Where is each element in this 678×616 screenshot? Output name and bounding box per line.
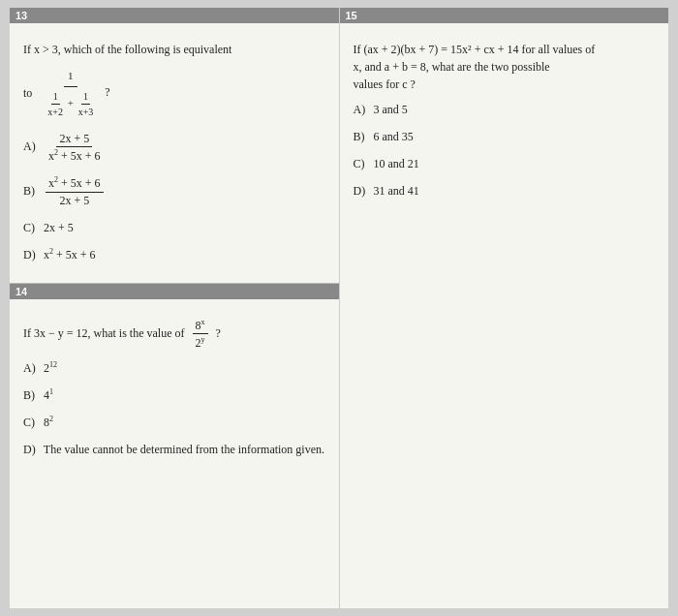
question-mark: ? bbox=[105, 85, 109, 99]
question-13-text: If x > 3, which of the following is equi… bbox=[23, 41, 325, 58]
choice-14-b-label: B) bbox=[23, 386, 41, 404]
choice-14-b: B) 41 bbox=[23, 386, 325, 404]
question-14-content: If 3x − y = 12, what is the value of 8x … bbox=[10, 309, 339, 478]
choice-14-d-label: D) bbox=[23, 441, 41, 458]
subfrac-2: 1 x+3 bbox=[77, 89, 96, 119]
question-13-content: If x > 3, which of the following is equi… bbox=[10, 33, 339, 283]
section-number-14: 14 bbox=[15, 286, 27, 297]
choice-14-a-value: 212 bbox=[44, 361, 57, 375]
choice-14-b-value: 41 bbox=[44, 388, 53, 402]
to-label: to bbox=[23, 84, 32, 102]
choice-15-a-label: A) bbox=[354, 101, 371, 118]
fraction-b: x2 + 5x + 6 2x + 5 bbox=[46, 174, 104, 209]
choice-14-a-label: A) bbox=[23, 359, 41, 377]
choice-15-a: A) 3 and 5 bbox=[354, 101, 656, 118]
question-15-content: If (ax + 2)(bx + 7) = 15x² + cx + 14 for… bbox=[340, 33, 669, 219]
choices-13: A) 2x + 5 x2 + 5x + 6 B) bbox=[23, 131, 325, 263]
fraction-14-num: 8x bbox=[193, 317, 208, 335]
choice-15-d: D) 31 and 41 bbox=[354, 182, 656, 200]
choice-13-d: D) x2 + 5x + 6 bbox=[23, 246, 325, 263]
choice-15-b-label: B) bbox=[354, 128, 371, 145]
section-14-header: 14 bbox=[10, 284, 339, 299]
question-14-end: ? bbox=[216, 326, 221, 340]
question-14-main: If 3x − y = 12, what is the value of bbox=[23, 326, 185, 340]
choice-13-c-label: C) bbox=[23, 219, 41, 236]
choice-15-c-value: 10 and 21 bbox=[374, 157, 419, 170]
choice-14-c: C) 82 bbox=[23, 414, 325, 431]
fraction-b-num: x2 + 5x + 6 bbox=[46, 174, 104, 193]
question-13-fraction-line: to 1 1 x+2 + bbox=[23, 66, 325, 121]
left-column: 13 If x > 3, which of the following is e… bbox=[10, 8, 339, 608]
choice-13-c-value: 2x + 5 bbox=[44, 221, 74, 234]
fraction-a-num: 2x + 5 bbox=[56, 131, 92, 148]
page: 13 If x > 3, which of the following is e… bbox=[10, 8, 668, 608]
question-15-line2: x, and a + b = 8, what are the two possi… bbox=[354, 58, 656, 76]
subfrac-1: 1 x+2 bbox=[46, 89, 65, 119]
choice-14-c-value: 82 bbox=[44, 416, 53, 429]
section-13: 13 If x > 3, which of the following is e… bbox=[10, 8, 339, 283]
choice-14-d: D) The value cannot be determined from t… bbox=[23, 441, 325, 458]
question-15-line1: If (ax + 2)(bx + 7) = 15x² + cx + 14 for… bbox=[354, 41, 656, 58]
choices-14: A) 212 B) 41 C) 82 D) Th bbox=[23, 359, 325, 458]
choices-15: A) 3 and 5 B) 6 and 35 C) 10 and 21 D) bbox=[354, 101, 656, 200]
section-15-header: 15 bbox=[340, 8, 669, 23]
choice-15-a-value: 3 and 5 bbox=[374, 103, 408, 116]
fraction-14: 8x 2y bbox=[193, 317, 208, 353]
fraction-a: 2x + 5 x2 + 5x + 6 bbox=[46, 131, 104, 166]
question-15-line3: values for c ? bbox=[354, 76, 656, 93]
question-14-text: If 3x − y = 12, what is the value of 8x … bbox=[23, 317, 325, 353]
choice-15-b: B) 6 and 35 bbox=[354, 128, 656, 145]
choice-13-c: C) 2x + 5 bbox=[23, 219, 325, 236]
choice-14-d-value: The value cannot be determined from the … bbox=[44, 443, 324, 456]
complex-fraction: 1 1 x+2 + 1 x+3 bbox=[42, 66, 99, 121]
choice-15-d-label: D) bbox=[354, 182, 371, 200]
fraction-14-den: 2y bbox=[193, 334, 208, 352]
section-14: 14 If 3x − y = 12, what is the value of … bbox=[10, 283, 339, 478]
choice-13-d-label: D) bbox=[23, 246, 41, 263]
choice-13-b-label: B) bbox=[23, 182, 41, 200]
choice-13-a-label: A) bbox=[23, 138, 41, 155]
choice-14-a: A) 212 bbox=[23, 359, 325, 377]
complex-fraction-numerator: 1 bbox=[64, 66, 77, 87]
section-number-15: 15 bbox=[346, 10, 357, 21]
section-13-header: 13 bbox=[10, 8, 339, 23]
section-15: 15 If (ax + 2)(bx + 7) = 15x² + cx + 14 … bbox=[340, 8, 669, 219]
fraction-a-den: x2 + 5x + 6 bbox=[46, 147, 104, 165]
choice-15-b-value: 6 and 35 bbox=[374, 130, 414, 143]
section-number-13: 13 bbox=[15, 10, 27, 21]
choice-15-d-value: 31 and 41 bbox=[374, 184, 419, 198]
fraction-b-den: 2x + 5 bbox=[56, 193, 92, 209]
question-13-main: If x > 3, which of the following is equi… bbox=[23, 43, 231, 56]
choice-15-c-label: C) bbox=[354, 155, 371, 172]
right-column: 15 If (ax + 2)(bx + 7) = 15x² + cx + 14 … bbox=[340, 8, 669, 608]
question-15-text: If (ax + 2)(bx + 7) = 15x² + cx + 14 for… bbox=[354, 41, 656, 93]
choice-14-c-label: C) bbox=[23, 414, 41, 431]
choice-13-d-value: x2 + 5x + 6 bbox=[44, 248, 96, 262]
choice-15-c: C) 10 and 21 bbox=[354, 155, 656, 172]
choice-13-b: B) x2 + 5x + 6 2x + 5 bbox=[23, 174, 325, 209]
complex-fraction-denominator: 1 x+2 + 1 x+3 bbox=[42, 87, 99, 121]
choice-13-a: A) 2x + 5 x2 + 5x + 6 bbox=[23, 131, 325, 166]
